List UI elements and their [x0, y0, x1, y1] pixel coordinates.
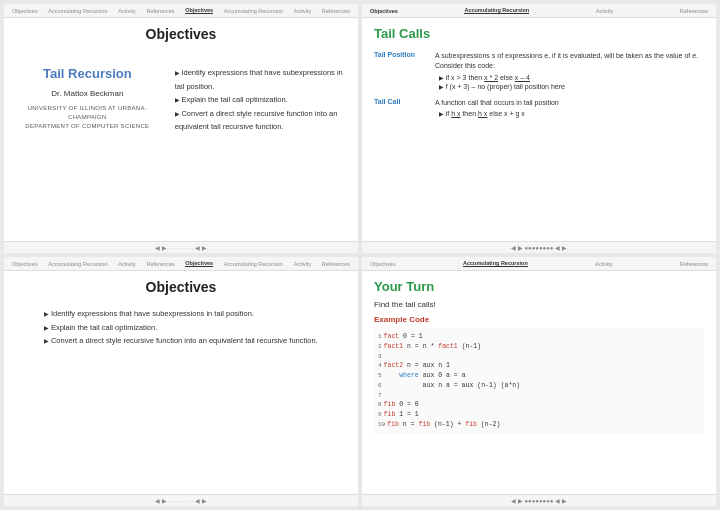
slide2-objectives: Objectives: [370, 8, 398, 14]
slide-1: Objectives Accumulating Recursion Activi…: [4, 4, 358, 253]
slide1-title: Objectives: [146, 26, 217, 42]
slide1-topbar: Objectives Accumulating Recursion Activi…: [4, 4, 358, 18]
slide2-activity: Activity: [596, 8, 613, 14]
author-name: Dr. Mattox Beckman: [51, 89, 123, 98]
tail-position-def: Tail Position A subexpressions s of expr…: [374, 51, 704, 92]
nav-controls-1[interactable]: ◀ ▶ · · · · · · · · ◀ ▶: [155, 244, 207, 251]
code-line-6: 6 aux n a = aux (n-1) (a*n): [378, 381, 700, 391]
slide1-bottombar: ◀ ▶ · · · · · · · · ◀ ▶: [4, 241, 358, 253]
code-line-9: 9fib 1 = 1: [378, 410, 700, 420]
topbar-acc-recursion-1: Accumulating Recursion: [48, 8, 107, 14]
s3-bullet-2: Explain the tail call optimization.: [44, 321, 317, 335]
objectives-bullet-list: Identify expressions that have subexpres…: [175, 66, 346, 134]
bullet-3: Convert a direct style recursive functio…: [175, 107, 346, 134]
code-line-7: 7: [378, 391, 700, 401]
tail-recursion-title: Tail Recursion: [43, 66, 132, 81]
topbar-activity-1: Activity: [118, 8, 135, 14]
code-line-2: 2fact1 n = n * fact1 (n-1): [378, 342, 700, 352]
code-line-1: 1fact 0 = 1: [378, 332, 700, 342]
nav-controls-4[interactable]: ◀ ▶ ●●●●●●●● ◀ ▶: [511, 497, 567, 504]
slide2-content: Tail Calls Tail Position A subexpression…: [362, 18, 716, 241]
slide2-bottombar: ◀ ▶ ●●●●●●●● ◀ ▶: [362, 241, 716, 253]
nav-controls-2[interactable]: ◀ ▶ ●●●●●●●● ◀ ▶: [511, 244, 567, 251]
slide4-ref: References: [680, 261, 708, 267]
your-turn-desc: Find the tail calls!: [374, 300, 704, 309]
slide1-left-panel: Tail Recursion Dr. Mattox Beckman Univer…: [16, 58, 159, 134]
nav-controls-3[interactable]: ◀ ▶ · · · · · · · · ◀ ▶: [155, 497, 207, 504]
slide3-obj1: Objectives: [12, 261, 38, 267]
slide4-obj: Objectives: [370, 261, 396, 267]
slide4-bottombar: ◀ ▶ ●●●●●●●● ◀ ▶: [362, 494, 716, 506]
tail-position-bullets: if x > 3 then x * 2 else x – 4 f (x + 3)…: [439, 74, 704, 90]
example-code-label: Example Code: [374, 315, 704, 324]
code-line-3: 3: [378, 352, 700, 362]
slide2-topbar: Objectives Accumulating Recursion Activi…: [362, 4, 716, 18]
slide1-content: Objectives Tail Recursion Dr. Mattox Bec…: [4, 18, 358, 241]
tail-call-desc: A function call that occurs in tail posi…: [435, 98, 559, 108]
topbar-references-2: References: [322, 8, 350, 14]
slide3-bullet-list: Identify expressions that have subexpres…: [44, 307, 317, 348]
code-line-10: 10fib n = fib (n-1) + fib (n-2): [378, 420, 700, 430]
s3-bullet-1: Identify expressions that have subexpres…: [44, 307, 317, 321]
slide3-act2: Activity: [294, 261, 311, 267]
code-line-5: 5 where aux 0 a = a: [378, 371, 700, 381]
slide4-act: Activity: [595, 261, 612, 267]
code-line-4: 4fact2 n = aux n 1: [378, 361, 700, 371]
slide3-content: Objectives Identify expressions that hav…: [4, 271, 358, 494]
topbar-objectives-active: Objectives: [185, 7, 213, 14]
university-text: University of Illinois at Urbana-Champai…: [16, 104, 159, 131]
bullet-2: Explain the tail call optimization.: [175, 93, 346, 107]
slide3-ref1: References: [146, 261, 174, 267]
tail-position-desc: A subexpressions s of expressions e, if …: [435, 51, 704, 71]
slide-4: Objectives Accumulating Recursion Activi…: [362, 257, 716, 506]
slide4-topbar: Objectives Accumulating Recursion Activi…: [362, 257, 716, 271]
topbar-references-1: References: [146, 8, 174, 14]
slide4-acc: Accumulating Recursion: [463, 260, 528, 267]
tail-call-term: Tail Call: [374, 98, 429, 120]
tp-bullet-1: if x > 3 then x * 2 else x – 4: [439, 74, 704, 81]
topbar-objectives-1: Objectives: [12, 8, 38, 14]
tail-call-def: Tail Call A function call that occurs in…: [374, 98, 704, 120]
slide3-topbar: Objectives Accumulating Recursion Activi…: [4, 257, 358, 271]
slide-3: Objectives Accumulating Recursion Activi…: [4, 257, 358, 506]
tail-position-term: Tail Position: [374, 51, 429, 92]
tc-bullet-1: if h x then h x else x + g x: [439, 110, 559, 117]
s3-bullet-3: Convert a direct style recursive functio…: [44, 334, 317, 348]
tail-call-bullets: if h x then h x else x + g x: [439, 110, 559, 117]
code-block: 1fact 0 = 1 2fact1 n = n * fact1 (n-1) 3…: [374, 328, 704, 434]
tail-calls-title: Tail Calls: [374, 26, 704, 41]
slide4-content: Your Turn Find the tail calls! Example C…: [362, 271, 716, 494]
slide3-obj2: Objectives: [185, 260, 213, 267]
slide-2: Objectives Accumulating Recursion Activi…: [362, 4, 716, 253]
slide2-references: References: [680, 8, 708, 14]
slide3-ref2: References: [322, 261, 350, 267]
slide2-acc-recursion: Accumulating Recursion: [464, 7, 529, 14]
slide3-acc2: Accumulating Recursion: [224, 261, 283, 267]
slide3-title: Objectives: [146, 279, 217, 295]
tp-bullet-2: f (x + 3) – no (proper) tail position he…: [439, 83, 704, 90]
slide3-acc1: Accumulating Recursion: [48, 261, 107, 267]
your-turn-title: Your Turn: [374, 279, 704, 294]
code-line-8: 8fib 0 = 0: [378, 400, 700, 410]
topbar-acc-recursion-2: Accumulating Recursion: [224, 8, 283, 14]
bullet-1: Identify expressions that have subexpres…: [175, 66, 346, 93]
slide3-act1: Activity: [118, 261, 135, 267]
slide1-right-panel: Identify expressions that have subexpres…: [175, 58, 346, 134]
topbar-activity-2: Activity: [294, 8, 311, 14]
slide3-bottombar: ◀ ▶ · · · · · · · · ◀ ▶: [4, 494, 358, 506]
